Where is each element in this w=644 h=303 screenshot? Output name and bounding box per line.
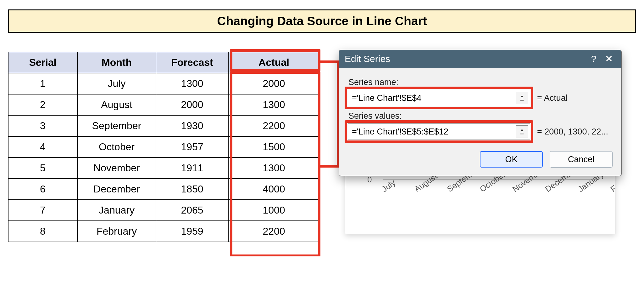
cell-actual[interactable]: 2200 [228,221,319,242]
cell-forecast[interactable]: 2000 [156,94,228,115]
ok-button-label: OK [505,155,517,164]
header-serial[interactable]: Serial [8,52,77,73]
svg-rect-1 [520,134,524,134]
table-row[interactable]: 8 February 1959 2200 [8,221,319,242]
header-month[interactable]: Month [77,52,156,73]
series-values-row: = 2000, 1300, 22... [348,123,613,140]
edit-series-dialog: Edit Series ? ✕ Series name: [339,50,622,176]
cell-month[interactable]: January [77,200,156,221]
cell-serial[interactable]: 7 [8,200,77,221]
series-values-input[interactable] [348,123,530,140]
chart-category-label: January [576,186,582,194]
data-table: Serial Month Forecast Actual 1 July 1300… [8,52,320,242]
cell-serial[interactable]: 2 [8,94,77,115]
ok-button[interactable]: OK [480,151,543,168]
series-values-label: Series values: [348,111,612,121]
cell-actual[interactable]: 1000 [228,200,319,221]
dialog-body: Series name: = Actual Ser [339,68,621,147]
chart-category-label: July [380,186,386,194]
cell-actual[interactable]: 2000 [228,73,319,94]
cell-month[interactable]: August [77,94,156,115]
series-name-input-wrap [348,90,530,106]
cell-forecast[interactable]: 2065 [156,200,228,221]
table-row[interactable]: 1 July 1300 2000 [8,73,319,94]
series-name-input[interactable] [348,90,530,106]
table-row[interactable]: 4 October 1957 1500 [8,136,319,157]
cell-forecast[interactable]: 1850 [156,179,228,200]
cell-month[interactable]: September [77,115,156,136]
series-values-input-wrap [348,123,530,140]
chart-category-label: August [413,186,418,194]
cancel-button-label: Cancel [568,155,594,164]
cell-serial[interactable]: 6 [8,179,77,200]
close-icon: ✕ [605,54,613,64]
cancel-button[interactable]: Cancel [550,151,613,168]
connector-line [320,60,339,63]
header-actual[interactable]: Actual [228,52,319,73]
table-row[interactable]: 7 January 2065 1000 [8,200,319,221]
header-serial-label: Serial [29,57,56,68]
header-actual-label: Actual [258,57,289,68]
header-forecast[interactable]: Forecast [156,52,228,73]
table-row[interactable]: 6 December 1850 4000 [8,179,319,200]
cell-serial[interactable]: 8 [8,221,77,242]
dialog-title: Edit Series [345,54,390,64]
table-row[interactable]: 5 November 1911 1300 [8,157,319,179]
collapse-range-button[interactable] [516,125,528,138]
cell-month[interactable]: October [77,136,156,157]
cell-serial[interactable]: 4 [8,136,77,157]
cell-actual[interactable]: 2200 [228,115,319,136]
cell-month[interactable]: February [77,221,156,242]
chart-yaxis-zero: 0 [367,175,372,185]
header-month-label: Month [102,57,132,68]
cell-forecast[interactable]: 1300 [156,73,228,94]
chart-category-label: February [609,186,614,194]
chart-category-label: November [511,186,516,194]
collapse-range-button[interactable] [516,92,528,104]
cell-actual[interactable]: 4000 [228,179,319,200]
cell-serial[interactable]: 3 [8,115,77,136]
page-title: Changing Data Source in Line Chart [217,14,427,28]
right-panel: 0 July August September October November… [339,52,622,247]
cell-forecast[interactable]: 1959 [156,221,228,242]
cell-forecast[interactable]: 1930 [156,115,228,136]
svg-rect-0 [520,100,524,100]
series-name-row: = Actual [348,90,613,106]
help-button[interactable]: ? [586,54,601,64]
dialog-titlebar[interactable]: Edit Series ? ✕ [339,50,621,68]
chart-category-label: December [543,186,549,194]
cell-actual[interactable]: 1300 [228,94,319,115]
series-values-result: = 2000, 1300, 22... [537,127,608,137]
cell-month[interactable]: July [77,73,156,94]
header-forecast-label: Forecast [171,57,213,68]
table-row[interactable]: 2 August 2000 1300 [8,94,319,115]
chart-category-label: September [445,186,451,194]
data-table-wrap: Serial Month Forecast Actual 1 July 1300… [8,52,320,242]
cell-month[interactable]: November [77,157,156,179]
cell-forecast[interactable]: 1957 [156,136,228,157]
connector-line [320,165,339,168]
data-table-body: 1 July 1300 2000 2 August 2000 1300 3 Se… [8,73,319,242]
cell-month[interactable]: December [77,179,156,200]
range-select-icon [519,128,525,135]
content-area: Serial Month Forecast Actual 1 July 1300… [8,52,636,247]
cell-actual[interactable]: 1500 [228,136,319,157]
cell-serial[interactable]: 5 [8,157,77,179]
chart-categories: July August September October November D… [380,186,609,196]
table-row[interactable]: 3 September 1930 2200 [8,115,319,136]
cell-forecast[interactable]: 1911 [156,157,228,179]
cell-actual[interactable]: 1300 [228,157,319,179]
cell-serial[interactable]: 1 [8,73,77,94]
page-title-banner: Changing Data Source in Line Chart [8,9,636,33]
series-name-result: = Actual [537,93,568,103]
chart-category-label: October [478,186,484,194]
range-select-icon [519,94,525,101]
series-name-label: Series name: [348,77,612,87]
close-button[interactable]: ✕ [601,53,616,64]
dialog-buttons: OK Cancel [339,147,621,176]
